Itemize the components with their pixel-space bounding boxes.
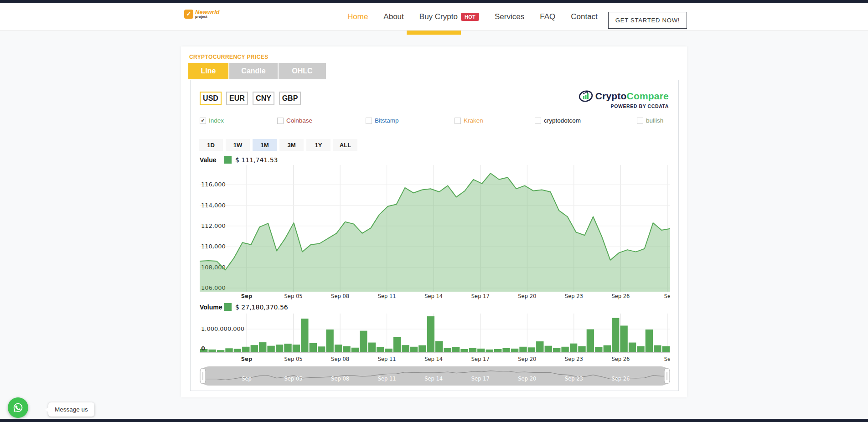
exchange-toggle-bitstamp[interactable]: Bitstamp — [366, 117, 399, 124]
svg-text:Sep 17: Sep 17 — [471, 376, 490, 382]
chart-navigator[interactable]: SepSep 05Sep 08Sep 11Sep 14Sep 17Sep 20S… — [200, 366, 670, 386]
value-legend: Value $ 111,741.53 — [200, 156, 278, 164]
svg-text:Sep: Sep — [241, 356, 252, 362]
nav-item-label: Services — [495, 12, 524, 21]
currency-button-eur[interactable]: EUR — [226, 92, 248, 105]
tab-candle[interactable]: Candle — [229, 63, 278, 79]
volume-legend: Volume $ 27,180,370.56 — [200, 303, 288, 311]
exchange-label: Kraken — [464, 117, 483, 124]
nav-item-faq[interactable]: FAQ — [540, 12, 555, 21]
value-legend-label: Value — [200, 156, 224, 164]
svg-text:Sep 20: Sep 20 — [518, 356, 536, 362]
currency-button-cny[interactable]: CNY — [253, 92, 274, 105]
tab-line[interactable]: Line — [188, 63, 228, 79]
bottom-accent-strip — [0, 419, 868, 422]
svg-text:Sep 20: Sep 20 — [518, 376, 536, 382]
widget-heading: CRYPTOCURRENCY PRICES — [189, 54, 269, 60]
nav-item-home[interactable]: Home — [347, 12, 368, 21]
svg-text:Sep: Sep — [241, 293, 252, 299]
value-legend-swatch — [224, 156, 232, 164]
range-button-1m[interactable]: 1M — [253, 139, 277, 151]
svg-text:Se: Se — [664, 356, 670, 362]
exchange-label: Coinbase — [286, 117, 312, 124]
svg-text:Sep 05: Sep 05 — [284, 356, 303, 362]
svg-text:Sep 20: Sep 20 — [518, 293, 536, 299]
chat-tooltip: Message us — [48, 402, 94, 417]
volume-legend-value: $ 27,180,370.56 — [235, 304, 288, 311]
crypto-prices-card: CRYPTOCURRENCY PRICES LineCandleOHLC USD… — [181, 46, 687, 397]
svg-text:Sep 14: Sep 14 — [424, 356, 443, 362]
value-legend-value: $ 111,741.53 — [235, 156, 278, 164]
time-range-row: 1D1W1M3M1YALL — [199, 139, 357, 151]
exchange-toggle-bullish[interactable]: bullish — [637, 117, 663, 124]
svg-text:116,000: 116,000 — [201, 181, 226, 188]
exchange-checkbox[interactable]: ✔ — [200, 118, 206, 124]
chart-type-tabs: LineCandleOHLC — [188, 63, 326, 79]
svg-text:1,000,000,000: 1,000,000,000 — [201, 325, 244, 332]
svg-text:Sep 11: Sep 11 — [378, 376, 396, 382]
exchange-label: Index — [209, 117, 224, 124]
exchange-toggle-kraken[interactable]: Kraken — [455, 117, 483, 124]
chart-widget: USDEURCNYGBP CryptoCompare POWERED BY CC… — [190, 80, 679, 391]
svg-text:Sep 26: Sep 26 — [611, 356, 630, 362]
svg-text:Sep 23: Sep 23 — [565, 376, 583, 382]
provider-name: CryptoCompare — [595, 91, 669, 102]
whatsapp-icon — [12, 401, 24, 414]
exchange-toggle-cryptodotcom[interactable]: cryptodotcom — [535, 117, 581, 124]
cryptocompare-logo[interactable]: CryptoCompare POWERED BY CCDATA — [579, 89, 669, 109]
exchange-toggle-index[interactable]: ✔Index — [200, 117, 224, 124]
range-button-1y[interactable]: 1Y — [306, 139, 331, 151]
hot-badge: HOT — [461, 13, 479, 21]
nav-item-label: Contact — [571, 12, 598, 21]
currency-button-gbp[interactable]: GBP — [279, 92, 301, 105]
brand-subtitle: project — [195, 15, 219, 19]
range-button-3m[interactable]: 3M — [279, 139, 304, 151]
range-button-1d[interactable]: 1D — [199, 139, 223, 151]
svg-text:Se: Se — [664, 293, 670, 299]
volume-legend-label: Volume — [200, 304, 224, 311]
svg-text:Sep 05: Sep 05 — [284, 293, 303, 299]
range-button-1w[interactable]: 1W — [226, 139, 250, 151]
svg-text:Sep 17: Sep 17 — [471, 293, 490, 299]
svg-text:Sep 23: Sep 23 — [565, 356, 583, 362]
exchange-label: Bitstamp — [375, 117, 399, 124]
svg-text:Sep 08: Sep 08 — [331, 376, 349, 382]
svg-text:Sep 14: Sep 14 — [424, 293, 443, 299]
exchange-toggle-coinbase[interactable]: Coinbase — [277, 117, 312, 124]
exchange-checkbox[interactable] — [366, 118, 372, 124]
nav-item-services[interactable]: Services — [495, 12, 524, 21]
nav-active-indicator — [407, 31, 461, 35]
svg-text:Sep 26: Sep 26 — [611, 293, 630, 299]
currency-button-usd[interactable]: USD — [200, 92, 222, 105]
exchange-label: bullish — [646, 117, 663, 124]
nav-item-label: FAQ — [540, 12, 555, 21]
currency-selector: USDEURCNYGBP — [200, 92, 301, 105]
nav-item-buy-crypto[interactable]: Buy CryptoHOT — [419, 12, 479, 21]
svg-text:Sep 08: Sep 08 — [331, 356, 349, 362]
range-button-all[interactable]: ALL — [333, 139, 357, 151]
svg-text:Sep 23: Sep 23 — [565, 293, 583, 299]
nav-item-contact[interactable]: Contact — [571, 12, 598, 21]
svg-text:Sep: Sep — [242, 376, 252, 382]
nav-item-about[interactable]: About — [383, 12, 403, 21]
svg-text:110,000: 110,000 — [201, 243, 226, 250]
exchange-checkbox[interactable] — [455, 118, 461, 124]
price-chart: 116,000114,000112,000110,000108,000106,0… — [200, 165, 670, 299]
brand-logo[interactable]: ✓ Newwrld project — [184, 9, 219, 19]
exchange-checkbox[interactable] — [637, 118, 643, 124]
svg-text:Sep 11: Sep 11 — [378, 293, 396, 299]
top-accent-strip — [0, 0, 868, 3]
tab-ohlc[interactable]: OHLC — [279, 63, 326, 79]
main-nav: HomeAboutBuy CryptoHOTServicesFAQContact — [347, 3, 598, 31]
get-started-button[interactable]: GET STARTED NOW! — [608, 12, 687, 29]
exchange-checkbox[interactable] — [277, 118, 284, 124]
svg-text:Sep 08: Sep 08 — [331, 293, 349, 299]
svg-text:114,000: 114,000 — [201, 202, 226, 209]
provider-tagline: POWERED BY CCDATA — [611, 103, 669, 109]
cryptocompare-icon — [579, 89, 593, 103]
exchange-checkbox[interactable] — [535, 118, 541, 124]
nav-item-label: Home — [347, 12, 368, 21]
nav-item-label: Buy Crypto — [419, 12, 458, 21]
svg-text:Sep 11: Sep 11 — [378, 356, 396, 362]
whatsapp-chat-button[interactable] — [8, 397, 28, 418]
